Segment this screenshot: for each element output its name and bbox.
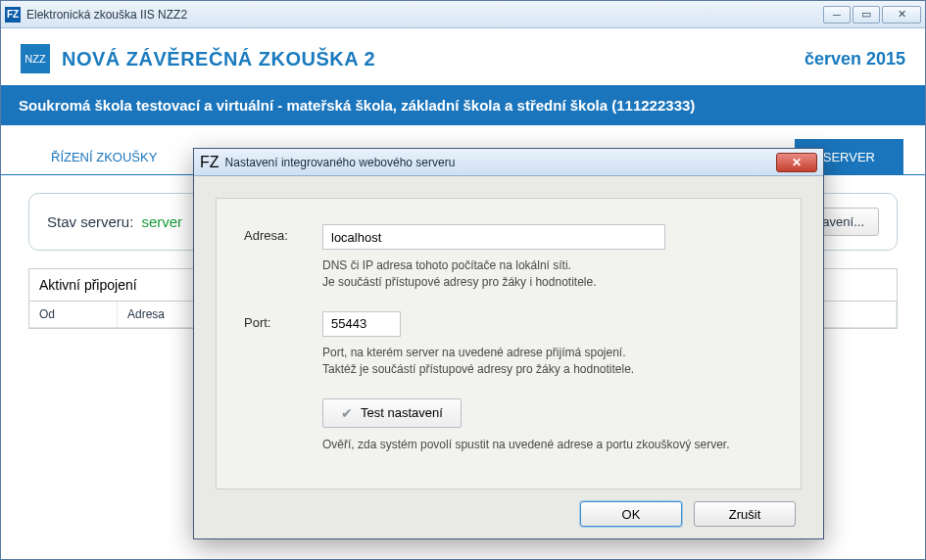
main-window: FZ Elektronická zkouška IIS NZZ2 ─ ▭ ✕ N…	[0, 0, 926, 560]
test-help: Ověří, zda systém povolí spustit na uved…	[322, 438, 773, 451]
test-settings-label: Test nastavení	[361, 405, 443, 420]
brand-logo: NZZ	[21, 44, 50, 73]
address-input[interactable]	[322, 224, 665, 250]
brand-row: NZZ NOVÁ ZÁVĚREČNÁ ZKOUŠKA 2 červen 2015	[1, 28, 925, 85]
server-status-value: server	[141, 213, 182, 230]
check-icon: ✔	[341, 405, 353, 421]
window-title: Elektronická zkouška IIS NZZ2	[26, 8, 187, 22]
port-row: Port:	[244, 311, 773, 337]
brand-title: NOVÁ ZÁVĚREČNÁ ZKOUŠKA 2	[62, 48, 375, 70]
period-label: červen 2015	[804, 49, 905, 70]
port-help: Port, na kterém server na uvedené adrese…	[322, 345, 773, 379]
maximize-icon: ▭	[861, 8, 871, 21]
dialog-body: Adresa: DNS či IP adresa tohoto počítače…	[194, 176, 823, 538]
window-controls: ─ ▭ ✕	[823, 6, 921, 23]
minimize-icon: ─	[833, 9, 841, 21]
test-settings-button[interactable]: ✔ Test nastavení	[322, 398, 462, 428]
minimize-button[interactable]: ─	[823, 6, 851, 23]
school-bar: Soukromá škola testovací a virtuální - m…	[1, 85, 925, 125]
window-close-button[interactable]: ✕	[882, 6, 921, 23]
port-label: Port:	[244, 311, 322, 330]
port-input[interactable]	[322, 311, 401, 337]
server-settings-dialog: FZ Nastavení integrovaného webového serv…	[193, 148, 824, 539]
dialog-close-button[interactable]: ✕	[776, 153, 817, 172]
dialog-buttons: OK Zrušit	[216, 490, 802, 527]
dialog-app-icon: FZ	[200, 154, 219, 171]
close-icon: ✕	[792, 156, 802, 169]
dialog-title: Nastavení integrovaného webového serveru	[225, 156, 456, 169]
dialog-form: Adresa: DNS či IP adresa tohoto počítače…	[216, 198, 802, 490]
connections-col-from[interactable]: Od	[29, 302, 118, 327]
dialog-titlebar: FZ Nastavení integrovaného webového serv…	[194, 149, 823, 176]
dialog-ok-button[interactable]: OK	[580, 501, 682, 527]
test-button-row: ✔ Test nastavení	[322, 398, 773, 428]
address-row: Adresa:	[244, 224, 773, 250]
maximize-button[interactable]: ▭	[853, 6, 880, 23]
close-icon: ✕	[898, 8, 906, 21]
address-help: DNS či IP adresa tohoto počítače na loká…	[322, 257, 773, 292]
address-label: Adresa:	[244, 224, 322, 243]
app-icon: FZ	[5, 7, 21, 23]
dialog-cancel-button[interactable]: Zrušit	[694, 501, 796, 527]
server-status-label: Stav serveru:	[47, 213, 133, 230]
window-titlebar: FZ Elektronická zkouška IIS NZZ2 ─ ▭ ✕	[1, 1, 925, 28]
tab-management[interactable]: ŘÍZENÍ ZKOUŠKY	[23, 139, 185, 174]
